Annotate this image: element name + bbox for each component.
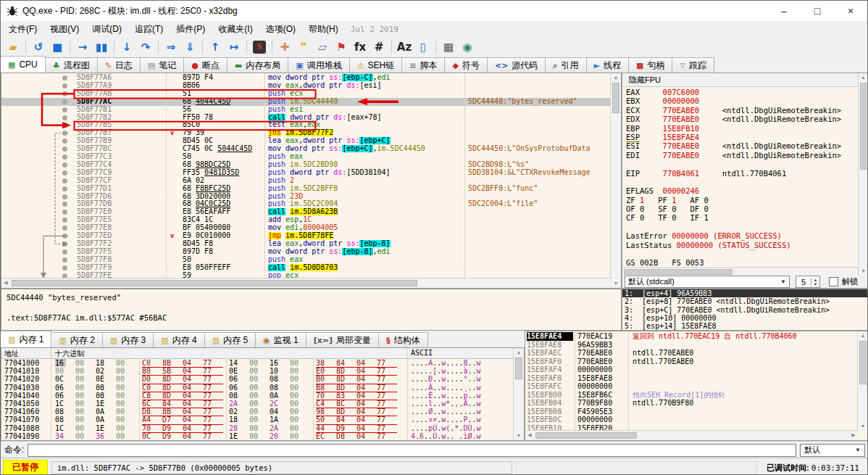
gutter-dot[interactable] (62, 186, 67, 191)
scroll-up-icon[interactable]: ▲ (859, 73, 868, 82)
register-line[interactable]: EDI 770EABE0 <ntdll.DbgUiRemoteBreakin> (626, 151, 856, 160)
disasm-row[interactable]: 5D8F77BCC745 0C 5044C45Dmov dword ptr ss… (1, 145, 611, 153)
gutter-dot[interactable] (62, 162, 67, 168)
tab-symbols[interactable]: ◆符号 (444, 57, 487, 73)
argument-depth-stepper[interactable]: 5 ▲▼ (796, 276, 820, 288)
gutter-dot[interactable] (62, 115, 67, 120)
breakpoint-gutter[interactable] (1, 161, 74, 169)
breakpoint-gutter[interactable] (1, 240, 74, 248)
tab-breakpoints[interactable]: ●断点 (183, 57, 228, 73)
calculator-icon[interactable]: ▦ (440, 39, 457, 55)
attach-icon[interactable]: ↦ (225, 39, 243, 55)
hex-row[interactable]: 770410501C001E006C8404772A002C00C48C0477… (1, 400, 514, 408)
breakpoint-gutter[interactable] (1, 185, 74, 193)
tab-watch1[interactable]: ◉监视 1 (255, 332, 306, 347)
tab-handles[interactable]: ■句柄 (628, 57, 672, 73)
stack-horizontal-scrollbar[interactable]: ◀ ▶ (525, 430, 858, 440)
hex-row[interactable]: 770410200C000E00D08D047706000800B08D0477… (1, 375, 514, 383)
register-line[interactable]: EBP 15E8FB10 (626, 124, 856, 133)
step-into-icon[interactable]: ↓ (118, 39, 135, 55)
run-icon[interactable]: → (74, 39, 91, 55)
hex-row[interactable]: 7704104006000800C88D047708000A0070830477… (1, 392, 514, 400)
disasm-row[interactable]: 5D8F77F850push eax (1, 256, 611, 264)
tab-trace[interactable]: ∵跟踪 (672, 57, 714, 73)
tab-references[interactable]: ⌕引用 (545, 57, 586, 73)
menu-item[interactable]: 追踪(T) (128, 21, 170, 38)
menu-item[interactable]: 帮助(H) (302, 21, 345, 38)
breakpoint-gutter[interactable] (1, 98, 74, 106)
gutter-dot[interactable] (62, 178, 67, 183)
register-line[interactable]: ESI 770EABE0 <ntdll.DbgUiRemoteBreakin> (626, 141, 856, 150)
gutter-dot[interactable] (62, 154, 67, 160)
fx-icon[interactable]: fx (351, 39, 369, 55)
breakpoint-gutter[interactable] (1, 74, 74, 82)
breakpoint-gutter[interactable] (1, 256, 74, 264)
gutter-dot[interactable] (62, 234, 67, 239)
breakpoint-gutter[interactable] (1, 169, 74, 177)
argument-row[interactable]: 5: [esp+14] 15E8FAE8 (622, 322, 868, 330)
disasm-row[interactable]: 5D8F77AC68 4044C45Dpush im.5DC444405DC44… (1, 98, 611, 106)
argument-row[interactable]: 2: [esp+8] 770EABE0 <ntdll.DbgUiRemoteBr… (622, 297, 868, 305)
scroll-left-icon[interactable]: ◀ (525, 431, 534, 439)
disasm-row[interactable]: 5D8F77EDvE9 0C010000jmp im.5D8F78FE (1, 232, 611, 240)
stack-vertical-scrollbar[interactable]: ▲ ▼ (857, 331, 868, 431)
tab-notes[interactable]: ▤笔记 (140, 57, 184, 73)
disasm-row[interactable]: 5D8F77F28D45 F8lea eax,dword ptr ss:[ebp… (1, 240, 611, 248)
argument-row[interactable]: 1: [esp+4] 96A59BB3 (622, 289, 868, 297)
menu-item[interactable]: 调试(D) (85, 21, 128, 38)
gutter-dot[interactable] (62, 202, 67, 207)
stop-icon[interactable]: ■ (49, 39, 66, 55)
register-line[interactable]: EDX 770EABE0 <ntdll.DbgUiRemoteBreakin> (626, 115, 856, 123)
register-line[interactable]: EFLAGS 00000246 (626, 186, 856, 195)
tab-dump4[interactable]: ▥内存 4 (153, 332, 204, 347)
disasm-row[interactable]: 5D8F77A98B06mov eax,dword ptr ds:[esi] (1, 82, 611, 90)
scroll-down-icon[interactable]: ▼ (859, 267, 868, 276)
register-line[interactable]: LastError 00000000 (ERROR_SUCCESS) (626, 231, 856, 240)
gutter-dot[interactable] (62, 249, 67, 255)
gutter-dot[interactable] (62, 257, 67, 263)
disasm-row[interactable]: 5D8F77F9E8 050FFEFFcall im.5D8D8703 (1, 264, 611, 272)
breakpoint-gutter[interactable] (1, 90, 74, 98)
hex-row[interactable]: 7704100016001800C08B04771400160038840477… (1, 359, 514, 367)
hex-row[interactable]: 770410801C001E0070D9047728002A0044D90477… (1, 424, 514, 432)
hex-row[interactable]: 7704103006000800C08D047706000800B88D0477… (1, 384, 514, 392)
register-line[interactable]: EBX 00000000 (626, 96, 856, 105)
hex-row[interactable]: 7704101000000200805B04770E001000E08D0477… (1, 367, 514, 375)
breakpoint-gutter[interactable] (1, 200, 74, 208)
settings-icon[interactable]: ◉ (459, 39, 476, 55)
gutter-dot[interactable] (62, 107, 67, 112)
run-to-cursor-icon[interactable]: ⇒ (162, 39, 180, 55)
breakpoint-gutter[interactable] (1, 106, 74, 114)
disasm-row[interactable]: 5D8F77B98D45 0Clea eax,dword ptr ss:[ebp… (1, 137, 611, 145)
tab-dump5[interactable]: ▥内存 5 (204, 332, 256, 347)
step-down-icon[interactable]: ⇓ (181, 39, 199, 55)
argument-row[interactable]: 3: [esp+C] 770EABE0 <ntdll.DbgUiRemoteBr… (622, 306, 868, 314)
bookmark-icon[interactable]: ⚑ (333, 39, 350, 55)
command-input[interactable] (28, 444, 796, 457)
gutter-dot[interactable] (62, 146, 67, 152)
breakpoint-gutter[interactable] (1, 137, 74, 145)
disasm-row[interactable]: 5D8F77A6897D F4mov dword ptr ss:[ebp-C],… (1, 74, 611, 82)
hash-icon[interactable]: # (370, 39, 388, 55)
gutter-dot[interactable] (62, 131, 67, 136)
scroll-thumb[interactable] (12, 280, 417, 286)
tab-source[interactable]: <>源代码 (487, 57, 546, 73)
close-button[interactable]: × (834, 1, 867, 21)
disasm-row[interactable]: 5D8F77C350push eax (1, 153, 611, 161)
hex-row[interactable]: 7704106008000A00D88B047702000400988D0477… (1, 408, 514, 416)
restart-icon[interactable]: ↺ (30, 39, 47, 55)
menu-item[interactable]: 视图(V) (43, 21, 85, 38)
disasm-row[interactable]: 5D8F77F5897D F8mov dword ptr ss:[ebp-8],… (1, 248, 611, 256)
disasm-row[interactable]: 5D8F77E8BF 05400080mov edi,80004005 (1, 224, 611, 232)
register-line[interactable]: GS 002B FS 0053 (626, 258, 856, 267)
gutter-dot[interactable] (62, 210, 67, 215)
patch-icon[interactable]: ✚ (276, 39, 293, 55)
scroll-thumb[interactable] (535, 432, 637, 439)
gutter-dot[interactable] (62, 218, 67, 223)
register-line[interactable]: ECX 770EABE0 <ntdll.DbgUiRemoteBreakin> (626, 106, 856, 115)
open-file-icon[interactable]: ▰ (4, 39, 22, 55)
minimize-button[interactable]: – (767, 1, 801, 21)
scroll-thumb[interactable] (624, 269, 733, 275)
gutter-dot[interactable] (62, 194, 67, 199)
disasm-row[interactable]: 5D8F77B156push esi (1, 106, 611, 114)
